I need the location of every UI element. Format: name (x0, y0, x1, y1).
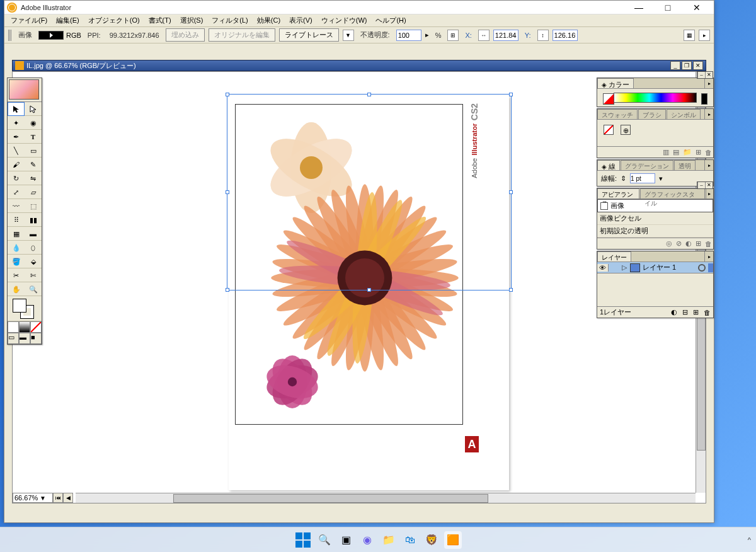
y-input[interactable] (553, 30, 578, 41)
screen-mode-full-menubar-icon[interactable]: ▬ (19, 333, 30, 344)
layers-panel[interactable]: レイヤー ▸ 👁 ▷ レイヤー 1 1レイヤー ◐ ⊟ ⊞ (597, 251, 714, 318)
appearance-row[interactable]: 初期設定の透明 (597, 225, 713, 238)
selection-handle-l[interactable] (226, 190, 229, 194)
nav-prev-icon[interactable]: ◀ (63, 493, 73, 503)
eyedropper-tool[interactable]: 💧 (8, 241, 25, 255)
layer-expand-icon[interactable]: ▷ (620, 263, 629, 272)
type-tool[interactable]: T (25, 130, 42, 144)
live-trace-button[interactable]: ライブトレース (279, 28, 339, 42)
live-trace-dropdown-icon[interactable]: ▼ (343, 30, 354, 41)
menu-filter[interactable]: フィルタ(L) (208, 14, 251, 26)
panel-menu-icon[interactable]: ▸ (706, 188, 714, 198)
selection-handle-t[interactable] (367, 93, 371, 96)
color-spectrum[interactable] (614, 93, 697, 103)
colormode-control[interactable]: RGB (38, 31, 81, 40)
panel-menu-icon[interactable]: ▸ (704, 251, 713, 262)
selection-handle-b[interactable] (367, 288, 371, 292)
tab-transparency[interactable]: 透明 (674, 160, 696, 170)
new-swatch-icon[interactable]: ⊞ (696, 148, 701, 156)
tray-overflow-icon[interactable]: ^ (748, 536, 751, 544)
color-mode-gradient-icon[interactable] (19, 321, 30, 333)
fill-swatch[interactable] (13, 299, 26, 313)
paintbrush-tool[interactable]: 🖌 (8, 158, 25, 171)
duplicate-icon[interactable]: ⊞ (696, 239, 701, 248)
delete-swatch-icon[interactable]: 🗑 (705, 149, 712, 156)
close-button[interactable]: ✕ (682, 1, 711, 14)
menu-effect[interactable]: 効果(C) (253, 14, 284, 26)
hand-tool[interactable]: ✋ (8, 282, 25, 296)
panel-close-icon[interactable]: ✕ (705, 182, 713, 188)
minimize-button[interactable]: — (624, 1, 653, 14)
panel-menu-icon[interactable]: ▸ (704, 160, 713, 170)
tab-stroke[interactable]: ◈ 線 (597, 160, 620, 170)
pen-tool[interactable]: ✒ (8, 130, 25, 144)
taskbar-search-icon[interactable]: 🔍 (316, 531, 333, 549)
tab-color[interactable]: ◈ カラー (597, 78, 634, 88)
tab-symbols[interactable]: シンボル (667, 109, 701, 119)
panel-collapse-icon[interactable]: – (697, 72, 705, 78)
lasso-tool[interactable]: ◉ (25, 116, 42, 130)
swatch-kind-icon[interactable]: ▥ (663, 148, 669, 156)
x-input[interactable] (493, 30, 518, 41)
layer-selection-indicator[interactable] (708, 263, 713, 272)
menu-object[interactable]: オブジェクト(O) (84, 14, 144, 26)
y-anchor-icon[interactable]: ↕ (537, 30, 549, 41)
menu-type[interactable]: 書式(T) (145, 14, 175, 26)
delete-layer-icon[interactable]: 🗑 (704, 309, 711, 316)
transform-proxy-icon[interactable]: ⊞ (447, 30, 459, 41)
menu-file[interactable]: ファイル(F) (7, 14, 51, 26)
embed-button[interactable]: 埋め込み (166, 28, 205, 42)
gradient-tool[interactable]: ▬ (25, 227, 42, 241)
maximize-button[interactable]: □ (653, 1, 682, 14)
tab-gradient[interactable]: グラデーション (621, 160, 673, 170)
taskbar-store-icon[interactable]: 🛍 (401, 531, 419, 549)
new-sublayer-icon[interactable]: ⊟ (682, 308, 688, 316)
selection-handle-r[interactable] (509, 190, 513, 194)
tab-appearance[interactable]: アピアランス (597, 188, 639, 198)
stroke-dropdown-icon[interactable]: ▾ (659, 175, 663, 183)
rotate-tool[interactable]: ↻ (8, 171, 25, 185)
taskbar-chat-icon[interactable]: ◉ (358, 531, 376, 549)
screen-mode-full-icon[interactable]: ■ (30, 333, 42, 344)
panel-close-icon[interactable]: ✕ (705, 72, 713, 78)
menu-view[interactable]: 表示(V) (285, 14, 316, 26)
start-button[interactable] (294, 531, 312, 549)
stroke-stepper-icon[interactable]: ⇕ (621, 175, 626, 183)
titlebar[interactable]: Adobe Illustrator — □ ✕ (4, 1, 714, 14)
make-clipping-icon[interactable]: ◐ (671, 308, 677, 316)
tab-swatches[interactable]: スウォッチ (597, 109, 638, 119)
reduce-icon[interactable]: ◐ (685, 239, 692, 248)
swatch-none[interactable] (604, 125, 614, 135)
color-panel[interactable]: –✕ ◈ カラー ▸ (597, 78, 714, 107)
horizontal-scrollbar[interactable] (76, 493, 696, 503)
symbol-sprayer-tool[interactable]: ⠿ (8, 213, 25, 227)
selection-handle-tr[interactable] (509, 93, 513, 96)
tab-brushes[interactable]: ブラシ (638, 109, 666, 119)
swatch-options-icon[interactable]: ▤ (673, 148, 679, 156)
taskbar[interactable]: 🔍 ▣ ◉ 📁 🛍 🦁 🟧 ^ (0, 527, 756, 552)
edit-original-button[interactable]: オリジナルを編集 (209, 28, 275, 42)
opacity-input[interactable] (396, 30, 421, 41)
graph-tool[interactable]: ▮▮ (25, 213, 42, 227)
taskbar-illustrator-icon[interactable]: 🟧 (444, 531, 462, 549)
panel-collapse-icon[interactable]: – (697, 182, 705, 188)
scissors-tool[interactable]: ✄ (25, 268, 42, 282)
new-group-icon[interactable]: 📁 (683, 148, 692, 156)
selection-handle-tl[interactable] (226, 93, 229, 96)
layer-row[interactable]: 👁 ▷ レイヤー 1 (597, 262, 713, 273)
panel-menu-icon[interactable]: ▸ (699, 30, 710, 41)
tab-graphic-styles[interactable]: グラフィックスタイル (640, 188, 704, 198)
selection-tool[interactable] (8, 102, 25, 116)
appearance-row[interactable]: 画像ピクセル (597, 212, 713, 225)
new-layer-icon[interactable]: ⊞ (693, 308, 699, 316)
layer-target-icon[interactable] (698, 264, 706, 272)
taskbar-explorer-icon[interactable]: 📁 (380, 531, 398, 549)
screen-mode-standard-icon[interactable]: ▭ (8, 333, 19, 344)
zoom-tool[interactable]: 🔍 (25, 282, 42, 296)
stroke-width-input[interactable] (630, 173, 655, 183)
mesh-tool[interactable]: ▦ (8, 227, 25, 241)
selection-handle-br[interactable] (509, 288, 513, 292)
opacity-dropdown-icon[interactable]: ▸ (425, 31, 429, 39)
x-anchor-icon[interactable]: ↔ (478, 30, 490, 41)
taskbar-browser-icon[interactable]: 🦁 (423, 531, 440, 549)
